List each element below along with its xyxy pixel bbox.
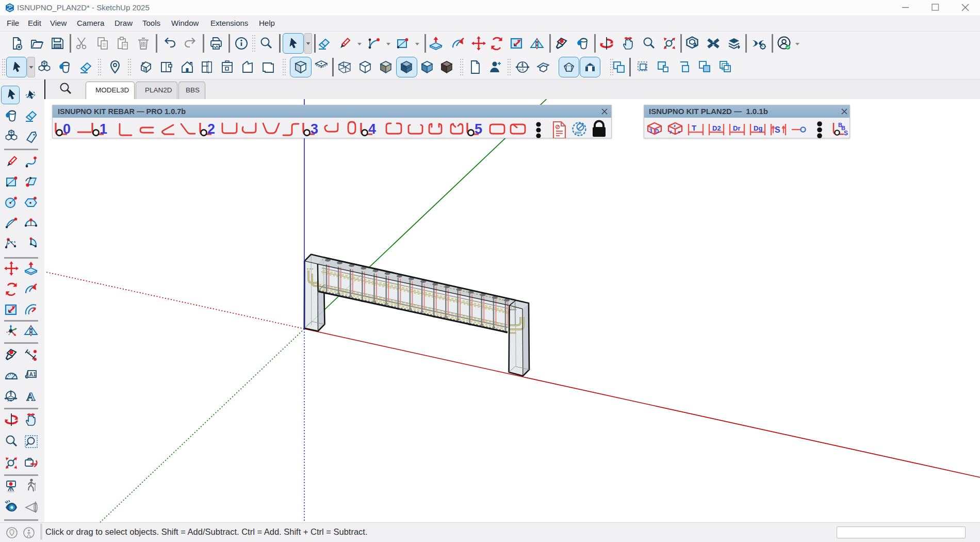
- svg-text:Dr: Dr: [733, 124, 740, 132]
- svg-text:y: y: [669, 129, 672, 134]
- svg-text:1: 1: [100, 121, 107, 137]
- svg-text:4: 4: [368, 121, 376, 137]
- svg-text:S: S: [775, 125, 780, 134]
- svg-text:A1: A1: [29, 371, 37, 377]
- svg-text:A: A: [26, 390, 36, 403]
- svg-text:x: x: [678, 130, 680, 134]
- svg-text:T: T: [692, 123, 696, 132]
- svg-text:Dg: Dg: [754, 124, 762, 132]
- svg-text:C: C: [521, 63, 524, 67]
- svg-text:A B: A B: [7, 399, 12, 402]
- svg-text:S: S: [844, 130, 848, 137]
- svg-text:C: C: [10, 391, 12, 395]
- svg-text:A-B: A-B: [519, 68, 524, 71]
- svg-text:D: D: [655, 129, 659, 134]
- svg-text:z: z: [674, 123, 676, 128]
- svg-text:2: 2: [207, 121, 215, 137]
- svg-text:5: 5: [475, 121, 482, 137]
- svg-text:0: 0: [63, 121, 71, 137]
- svg-text:3: 3: [311, 121, 318, 137]
- svg-text:D2: D2: [712, 124, 721, 132]
- svg-text:3: 3: [649, 128, 652, 134]
